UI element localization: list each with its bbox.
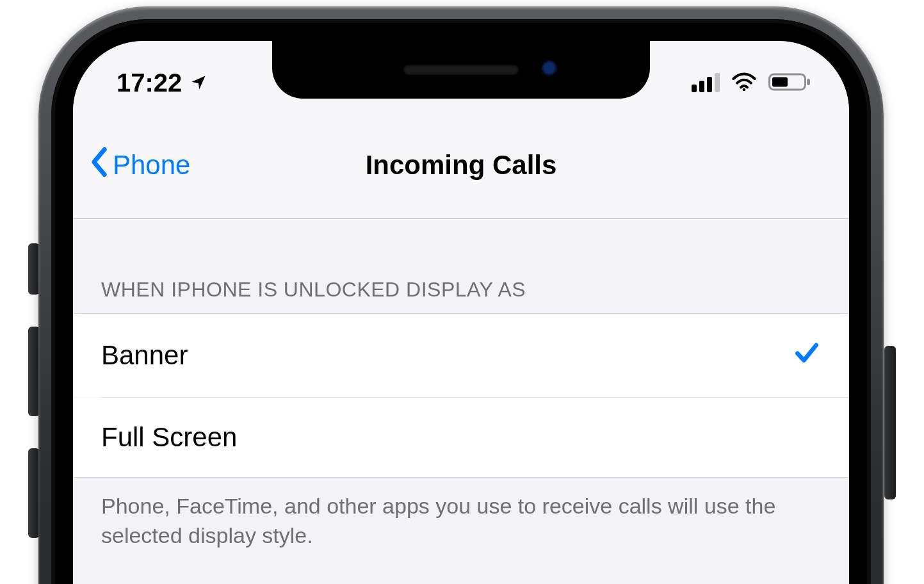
- side-power-button: [884, 346, 896, 499]
- earpiece-speaker: [403, 65, 519, 75]
- checkmark-icon: [793, 338, 821, 373]
- option-banner[interactable]: Banner: [73, 313, 849, 397]
- device-frame: 17:22: [38, 6, 884, 584]
- section-footer: Phone, FaceTime, and other apps you use …: [73, 478, 849, 576]
- clock: 17:22: [117, 69, 182, 97]
- notch: [272, 41, 650, 99]
- screen: 17:22: [73, 41, 849, 584]
- option-full-screen[interactable]: Full Screen: [73, 398, 849, 478]
- svg-rect-2: [772, 77, 788, 86]
- back-button-label: Phone: [113, 150, 190, 181]
- cellular-signal-icon: [692, 73, 720, 92]
- svg-rect-3: [807, 79, 810, 85]
- wifi-icon: [731, 69, 757, 97]
- svg-point-0: [743, 88, 746, 91]
- option-label: Full Screen: [101, 422, 237, 453]
- section-header: WHEN IPHONE IS UNLOCKED DISPLAY AS: [73, 219, 849, 313]
- settings-table: WHEN IPHONE IS UNLOCKED DISPLAY AS Banne…: [73, 219, 849, 584]
- back-button[interactable]: Phone: [73, 147, 190, 183]
- navigation-bar: Phone Incoming Calls: [73, 111, 849, 219]
- location-services-icon: [190, 69, 207, 97]
- front-camera: [541, 60, 560, 79]
- chevron-left-icon: [90, 147, 109, 183]
- option-label: Banner: [101, 340, 188, 371]
- battery-icon: [768, 69, 811, 97]
